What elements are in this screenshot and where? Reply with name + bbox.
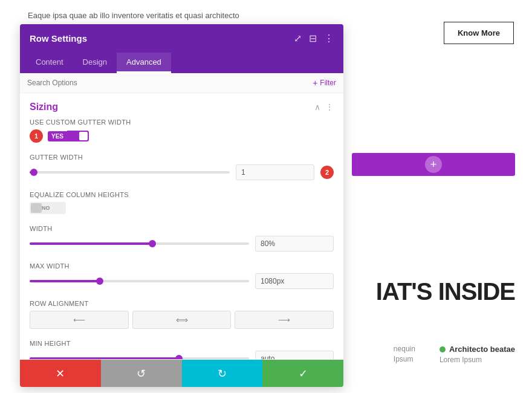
equalize-field: Equalize Column Heights NO bbox=[30, 191, 334, 214]
toggle-switch[interactable] bbox=[67, 131, 89, 141]
gutter-width-field: Gutter Width 2 bbox=[30, 154, 334, 180]
columns-icon[interactable]: ⊟ bbox=[309, 33, 317, 44]
toggle-yes-label: YES bbox=[48, 131, 67, 141]
width-slider-row bbox=[30, 236, 334, 252]
list-item-sub-left: nequin bbox=[394, 345, 415, 353]
align-left-button[interactable]: ⟵ bbox=[30, 311, 129, 329]
sizing-section-title: Sizing bbox=[30, 102, 58, 112]
purple-bar: + bbox=[352, 153, 515, 176]
equalize-label: Equalize Column Heights bbox=[30, 191, 334, 198]
row-settings-panel: Row Settings ⤢ ⊟ ⋮ Content Design Advanc… bbox=[20, 24, 343, 387]
section-header-icons: ∧ ⋮ bbox=[314, 102, 334, 112]
tab-content[interactable]: Content bbox=[26, 53, 73, 73]
max-width-label: Max Width bbox=[30, 262, 334, 270]
row-alignment-label: Row Alignment bbox=[30, 300, 334, 307]
cancel-button[interactable]: ✕ bbox=[20, 360, 101, 387]
gutter-width-thumb[interactable] bbox=[30, 169, 37, 176]
list-items-container: nequin Ipsum Architecto beatae Lorem Ips… bbox=[394, 345, 515, 364]
sizing-section-header: Sizing ∧ ⋮ bbox=[30, 93, 334, 119]
redo-button[interactable]: ↻ bbox=[182, 360, 263, 387]
collapse-icon[interactable]: ∧ bbox=[314, 102, 320, 112]
custom-gutter-toggle[interactable]: YES bbox=[48, 131, 89, 141]
filter-button[interactable]: + Filter bbox=[313, 78, 336, 88]
green-dot-icon bbox=[440, 346, 446, 352]
width-thumb[interactable] bbox=[149, 240, 156, 247]
section-more-icon[interactable]: ⋮ bbox=[325, 102, 334, 112]
save-button[interactable]: ✓ bbox=[262, 360, 343, 387]
filter-plus-icon: + bbox=[313, 78, 317, 88]
list-item-detail-left: Ipsum bbox=[394, 355, 415, 363]
page-bg-text: Eaque ipsa quae ab illo inventore verita… bbox=[28, 11, 239, 20]
add-column-button[interactable]: + bbox=[425, 156, 442, 173]
panel-header-icons: ⤢ ⊟ ⋮ bbox=[294, 33, 334, 44]
filter-label: Filter bbox=[320, 79, 336, 87]
equalize-thumb bbox=[31, 203, 42, 213]
panel-header: Row Settings ⤢ ⊟ ⋮ bbox=[20, 24, 343, 53]
custom-gutter-label: Use Custom Gutter Width bbox=[30, 119, 334, 126]
min-height-input[interactable] bbox=[255, 351, 334, 359]
width-label: Width bbox=[30, 225, 334, 232]
badge-2: 2 bbox=[320, 166, 334, 179]
list-item-title-right: Architecto beatae bbox=[449, 345, 515, 354]
know-more-button[interactable]: Know More bbox=[444, 22, 514, 44]
search-input[interactable] bbox=[27, 79, 313, 87]
max-width-fill bbox=[30, 280, 100, 282]
min-height-track[interactable] bbox=[30, 357, 249, 359]
gutter-width-track[interactable] bbox=[30, 171, 230, 174]
equalize-no-label: NO bbox=[42, 205, 50, 211]
list-item-right: Architecto beatae Lorem Ipsum bbox=[440, 345, 515, 364]
custom-gutter-field: Use Custom Gutter Width 1 YES bbox=[30, 119, 334, 143]
gutter-width-label: Gutter Width bbox=[30, 154, 334, 161]
min-height-fill bbox=[30, 357, 179, 359]
undo-button[interactable]: ↺ bbox=[101, 360, 182, 387]
tab-design[interactable]: Design bbox=[73, 53, 117, 73]
max-width-slider-row bbox=[30, 273, 334, 289]
search-bar: + Filter bbox=[20, 73, 343, 93]
expand-icon[interactable]: ⤢ bbox=[294, 33, 302, 44]
width-input[interactable] bbox=[255, 236, 334, 252]
gutter-width-slider-row: 2 bbox=[30, 164, 334, 180]
list-item-with-dot: Architecto beatae bbox=[440, 345, 515, 354]
more-icon[interactable]: ⋮ bbox=[324, 33, 334, 44]
align-right-button[interactable]: ⟶ bbox=[235, 311, 334, 329]
max-width-field: Max Width bbox=[30, 262, 334, 289]
max-width-track[interactable] bbox=[30, 280, 249, 282]
max-width-thumb[interactable] bbox=[96, 278, 103, 285]
min-height-thumb[interactable] bbox=[175, 355, 183, 359]
tabs-bar: Content Design Advanced bbox=[20, 53, 343, 73]
min-height-field: Min Height bbox=[30, 340, 334, 359]
align-center-button[interactable]: ⟺ bbox=[132, 311, 232, 329]
badge-1: 1 bbox=[30, 129, 43, 143]
width-field: Width bbox=[30, 225, 334, 252]
width-track[interactable] bbox=[30, 242, 249, 245]
row-alignment-field: Row Alignment ⟵ ⟺ ⟶ bbox=[30, 300, 334, 329]
bottom-toolbar: ✕ ↺ ↻ ✓ bbox=[20, 359, 343, 387]
min-height-slider-row bbox=[30, 351, 334, 359]
gutter-width-input[interactable] bbox=[236, 164, 314, 180]
list-item-left: nequin Ipsum bbox=[394, 345, 415, 364]
equalize-toggle[interactable]: NO bbox=[30, 202, 66, 214]
panel-body: Sizing ∧ ⋮ Use Custom Gutter Width 1 YES… bbox=[20, 93, 343, 359]
width-fill bbox=[30, 242, 152, 245]
section-heading: IAT'S INSIDE bbox=[376, 278, 515, 305]
list-item-sub-right: Lorem Ipsum bbox=[440, 356, 515, 364]
max-width-input[interactable] bbox=[255, 273, 334, 289]
panel-title: Row Settings bbox=[30, 33, 87, 44]
tab-advanced[interactable]: Advanced bbox=[117, 53, 171, 73]
min-height-label: Min Height bbox=[30, 340, 334, 347]
row-alignment-buttons: ⟵ ⟺ ⟶ bbox=[30, 311, 334, 329]
